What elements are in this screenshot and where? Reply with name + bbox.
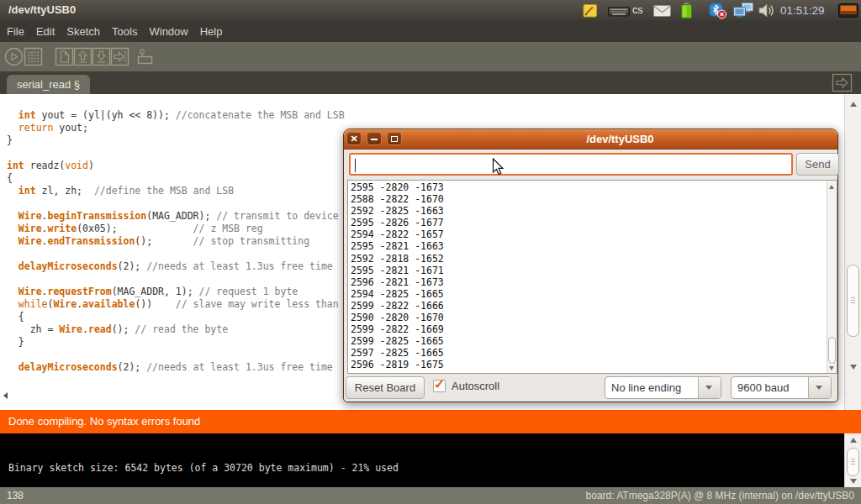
code-line: int yout = (yl|(yh << 8)); //concatenate… — [7, 109, 844, 122]
ide-footer: 138 board: ATmega328P(A) @ 8 MHz (intern… — [0, 487, 861, 504]
editor-scrollbar-thumb[interactable] — [847, 265, 859, 337]
menu-edit[interactable]: Edit — [36, 25, 55, 38]
hscroll-left-arrow[interactable] — [3, 392, 8, 399]
chevron-down-icon — [705, 386, 712, 390]
scroll-up-icon[interactable] — [850, 102, 857, 107]
serial-monitor-window: ✕ /dev/ttyUSB0 Send 2595 -2820 -16732588… — [343, 129, 838, 402]
line-ending-select[interactable]: No line ending — [605, 376, 721, 399]
serial-line: 2599 -2822 -1669 — [351, 323, 837, 335]
serial-output[interactable]: 2595 -2820 -16732588 -2822 -16702592 -28… — [347, 180, 837, 374]
autoscroll-checkbox[interactable]: ✓ — [433, 380, 446, 392]
new-sketch-icon[interactable] — [55, 47, 74, 66]
menu-help[interactable]: Help — [200, 25, 223, 38]
clock[interactable]: 01:51:29 — [780, 4, 825, 17]
scroll-up-icon[interactable] — [850, 438, 857, 443]
baud-rate-select[interactable]: 9600 baud — [731, 376, 832, 399]
serial-controls: Reset Board ✓ Autoscroll No line ending … — [344, 374, 837, 402]
tab-menu-icon[interactable] — [832, 73, 853, 92]
serial-line: 2595 -2821 -1671 — [351, 265, 837, 276]
serial-line: 2599 -2825 -1665 — [351, 335, 837, 347]
tab-serial-read[interactable]: serial_read § — [7, 75, 90, 94]
serial-lines: 2595 -2820 -16732588 -2822 -16702592 -28… — [348, 181, 837, 371]
serial-line: 2596 -2819 -1675 — [351, 359, 837, 370]
mouse-cursor — [492, 158, 504, 176]
window-titlebar[interactable]: ✕ /dev/ttyUSB0 — [344, 129, 837, 150]
combo-button[interactable] — [808, 377, 831, 398]
menu-file[interactable]: File — [7, 25, 24, 38]
check-icon: ✓ — [434, 376, 445, 392]
serial-line: 2595 -2826 -1677 — [351, 217, 837, 228]
serial-line: 2592 -2825 -1663 — [351, 205, 837, 217]
panel-window-title: /dev/ttyUSB0 — [8, 3, 76, 16]
serial-line: 2595 -2820 -1673 — [351, 181, 837, 193]
upload-icon[interactable] — [110, 47, 129, 66]
verify-icon[interactable] — [4, 47, 24, 66]
send-button[interactable]: Send — [796, 153, 839, 176]
open-icon[interactable] — [73, 47, 92, 66]
scroll-up-icon[interactable] — [829, 185, 834, 189]
menu-window[interactable]: Window — [149, 25, 188, 38]
reset-board-button[interactable]: Reset Board — [346, 376, 425, 399]
save-icon[interactable] — [92, 47, 111, 66]
serial-line: 2595 -2821 -1663 — [351, 240, 837, 252]
serial-input[interactable] — [349, 153, 793, 176]
output-scrollbar[interactable] — [827, 181, 837, 373]
tab-strip: serial_read § — [0, 71, 861, 94]
line-number-indicator: 138 — [7, 490, 24, 501]
console-scrollbar-thumb[interactable] — [847, 448, 859, 476]
serial-line: 2590 -2820 -1670 — [351, 312, 837, 323]
ide-status-bar: Done compiling. No syntax errors found — [0, 410, 861, 433]
menu-bar: File Edit Sketch Tools Window Help — [0, 21, 861, 42]
combo-button[interactable] — [698, 377, 721, 398]
editor-scrollbar[interactable] — [844, 94, 861, 410]
scroll-down-icon[interactable] — [850, 479, 857, 484]
console-output: Binary sketch size: 6542 bytes (of a 307… — [8, 462, 399, 474]
serial-line: 2592 -2818 -1652 — [351, 253, 837, 265]
serial-line: 2599 -2822 -1666 — [351, 300, 837, 312]
serial-line: 2594 -2822 -1657 — [351, 228, 837, 240]
serial-line: 2597 -2825 -1665 — [351, 347, 837, 359]
serial-line: 2588 -2822 -1670 — [351, 193, 837, 205]
close-icon[interactable]: ✕ — [346, 132, 362, 145]
top-panel: /dev/ttyUSB0 cs 01:51:29 — [0, 0, 861, 21]
serial-monitor-icon[interactable] — [135, 47, 155, 66]
ide-console: Binary sketch size: 6542 bytes (of a 307… — [0, 433, 844, 487]
serial-line: 2596 -2821 -1673 — [351, 276, 837, 288]
console-scrollbar[interactable] — [844, 433, 861, 487]
serial-line: 2594 -2825 -1665 — [351, 288, 837, 300]
stop-icon[interactable] — [24, 47, 43, 66]
minimize-icon[interactable] — [367, 132, 382, 145]
autoscroll-label: Autoscroll — [452, 380, 499, 392]
scroll-down-icon[interactable] — [850, 365, 857, 370]
scroll-down-icon[interactable] — [829, 366, 834, 370]
menu-sketch[interactable]: Sketch — [66, 25, 100, 38]
menu-tools[interactable]: Tools — [112, 25, 137, 38]
board-info: board: ATmega328P(A) @ 8 MHz (internal) … — [586, 490, 854, 501]
window-title: /dev/ttyUSB0 — [411, 133, 829, 145]
maximize-icon[interactable] — [387, 132, 402, 145]
chevron-down-icon — [816, 386, 822, 390]
toolbar — [0, 42, 861, 71]
output-scrollbar-thumb[interactable] — [828, 337, 836, 364]
keyboard-layout-indicator[interactable]: cs — [632, 4, 643, 16]
